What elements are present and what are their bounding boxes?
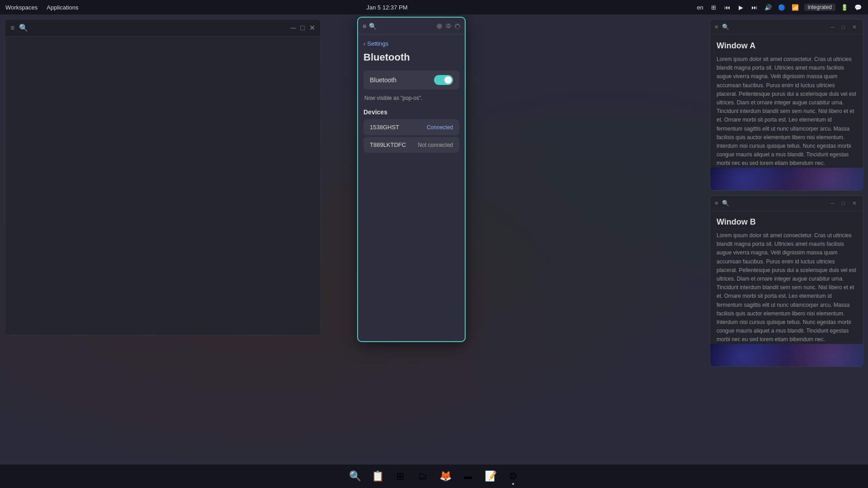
apps-dock-icon: ⊞: [396, 470, 404, 482]
device-row-1538GHST[interactable]: 1538GHST Connected: [363, 119, 459, 135]
bluetooth-content: ‹ Settings Bluetooth Bluetooth Now visib…: [358, 35, 465, 341]
device-name-1: 1538GHST: [370, 124, 399, 131]
dock-terminal[interactable]: ▬: [458, 467, 477, 486]
back-arrow-icon: ‹: [363, 40, 365, 47]
win-a-close[interactable]: ✕: [850, 23, 859, 31]
dock-firefox[interactable]: 🦊: [436, 467, 455, 486]
minimize-icon[interactable]: ─: [291, 24, 296, 32]
workspaces-button[interactable]: Workspaces: [5, 4, 38, 11]
bluetooth-title: Bluetooth: [363, 52, 459, 63]
files-dock-icon: 📋: [372, 470, 384, 482]
window-left-titlebar: ≡ 🔍 ─ □ ✕: [5, 19, 321, 37]
window-b-image: [710, 344, 863, 366]
applications-button[interactable]: Applications: [47, 4, 78, 11]
window-left-content: [5, 37, 321, 335]
bt-menu-icon[interactable]: ≡: [363, 23, 366, 30]
window-b: ≡ 🔍 ─ □ ✕ Window B Lorem ipsum dolor sit…: [710, 195, 863, 367]
win-a-minimize[interactable]: ─: [829, 23, 836, 31]
win-a-search-icon[interactable]: 🔍: [722, 23, 729, 30]
window-a-body: Window A Lorem ipsum dolor sit amet cons…: [710, 35, 863, 168]
dock-search[interactable]: 🔍: [345, 467, 364, 486]
locale-indicator: en: [696, 3, 705, 12]
search-dock-icon: 🔍: [349, 470, 361, 482]
device-row-T889LKTDFC[interactable]: T889LKTDFC Not connected: [363, 137, 459, 153]
window-b-body: Window B Lorem ipsum dolor sit amet cons…: [710, 211, 863, 344]
bluetooth-toggle-row[interactable]: Bluetooth: [363, 70, 459, 89]
menu-icon[interactable]: ≡: [10, 24, 14, 32]
taskbar-top: Workspaces Applications Jan 5 12:37 PM e…: [0, 0, 868, 14]
taskbar-bottom: 🔍 📋 ⊞ 🗂 🦊 ▬ 📝 ⚙: [0, 465, 868, 488]
win-a-maximize[interactable]: □: [840, 23, 847, 31]
back-settings-label: Settings: [367, 40, 388, 47]
devices-label: Devices: [363, 108, 459, 116]
win-b-maximize[interactable]: □: [840, 199, 847, 207]
notes-dock-icon: 📝: [485, 470, 497, 482]
win-b-minimize[interactable]: ─: [829, 199, 836, 207]
window-a-image: [710, 168, 863, 190]
win-b-close[interactable]: ✕: [850, 199, 859, 207]
bt-minimize-button[interactable]: ─: [437, 23, 442, 29]
manager-dock-icon: 🗂: [418, 470, 428, 482]
maximize-icon[interactable]: □: [300, 24, 305, 32]
bluetooth-toggle-label: Bluetooth: [370, 76, 434, 84]
bluetooth-settings-window: ≡ 🔍 ─ □ ✕ ‹ Settings Bluetooth Bluetooth…: [357, 17, 466, 342]
network-icon[interactable]: 📶: [791, 3, 800, 12]
bluetooth-toggle-switch[interactable]: [434, 75, 453, 85]
dock-apps[interactable]: ⊞: [391, 467, 410, 486]
back-to-settings[interactable]: ‹ Settings: [363, 40, 459, 47]
search-icon[interactable]: 🔍: [19, 23, 28, 32]
device-status-2: Not connected: [418, 142, 453, 148]
integrated-badge: integrated: [804, 4, 835, 11]
notifications-icon[interactable]: 💬: [854, 3, 863, 12]
bt-search-icon[interactable]: 🔍: [369, 23, 377, 30]
dock-notes[interactable]: 📝: [481, 467, 500, 486]
battery-icon: 🔋: [840, 3, 849, 12]
media-play-icon[interactable]: ▶: [736, 3, 745, 12]
device-status-1: Connected: [427, 124, 453, 131]
device-name-2: T889LKTDFC: [370, 141, 406, 148]
window-left: ≡ 🔍 ─ □ ✕: [5, 19, 321, 335]
dock-settings-dot: [512, 483, 514, 485]
dock-manager[interactable]: 🗂: [413, 467, 432, 486]
win-b-menu-icon[interactable]: ≡: [715, 200, 718, 206]
window-b-content: Lorem ipsum dolor sit amet consectetur. …: [717, 231, 857, 344]
dock-settings[interactable]: ⚙: [504, 467, 523, 486]
volume-icon[interactable]: 🔊: [764, 3, 773, 12]
terminal-dock-icon: ▬: [464, 472, 472, 481]
bt-close-button[interactable]: ✕: [455, 23, 460, 29]
window-a-titlebar: ≡ 🔍 ─ □ ✕: [710, 19, 863, 35]
bt-maximize-button[interactable]: □: [446, 23, 451, 29]
windows-area: ≡ 🔍 ─ □ ✕ ≡ 🔍 ─ □ ✕ ‹ Settings Bluetooth: [0, 14, 868, 465]
window-b-titlebar: ≡ 🔍 ─ □ ✕: [710, 196, 863, 211]
datetime-display: Jan 5 12:37 PM: [366, 4, 407, 11]
settings-dock-icon: ⚙: [509, 470, 518, 482]
close-icon[interactable]: ✕: [309, 23, 315, 32]
win-b-search-icon[interactable]: 🔍: [722, 200, 729, 206]
window-a: ≡ 🔍 ─ □ ✕ Window A Lorem ipsum dolor sit…: [710, 19, 863, 191]
window-b-title: Window B: [717, 217, 857, 227]
bluetooth-icon[interactable]: 🔵: [777, 3, 786, 12]
bluetooth-visibility-text: Now visible as "pop-os".: [363, 95, 459, 101]
media-prev-icon[interactable]: ⏮: [723, 3, 732, 12]
win-a-menu-icon[interactable]: ≡: [715, 23, 718, 30]
firefox-dock-icon: 🦊: [439, 470, 452, 482]
bluetooth-titlebar: ≡ 🔍 ─ □ ✕: [358, 18, 465, 35]
workspace-grid-icon[interactable]: ⊞: [709, 3, 718, 12]
window-a-title: Window A: [717, 41, 857, 51]
media-next-icon[interactable]: ⏭: [750, 3, 759, 12]
window-a-content: Lorem ipsum dolor sit amet consectetur. …: [717, 55, 857, 168]
dock-files[interactable]: 📋: [368, 467, 387, 486]
